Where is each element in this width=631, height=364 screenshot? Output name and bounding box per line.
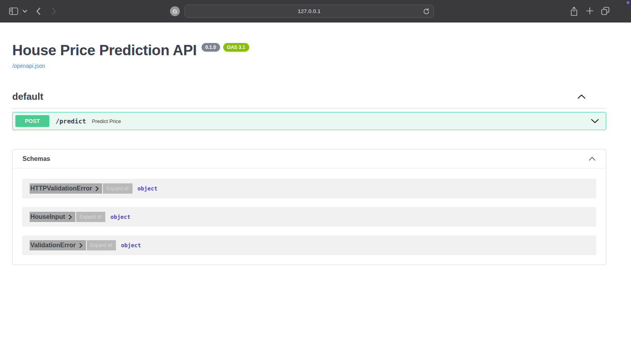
extension-icon[interactable]: G <box>170 6 180 16</box>
toolbar-divider <box>21 7 21 15</box>
share-icon[interactable] <box>570 6 578 16</box>
schema-name: HouseInput <box>30 213 65 220</box>
schema-name: ValidationError <box>30 242 76 249</box>
schema-name: HTTPValidationError <box>30 185 92 192</box>
chevron-right-icon <box>95 186 99 191</box>
operation-path: /predict <box>56 118 86 125</box>
schemas-header[interactable]: Schemas <box>13 149 606 168</box>
schema-list: HTTPValidationError Expand all object Ho… <box>13 168 606 265</box>
schema-row: HouseInput Expand all object <box>22 207 596 227</box>
oas-badge: OAS 3.1 <box>223 43 249 52</box>
tag-section-header[interactable]: default <box>12 91 606 108</box>
swagger-page: House Price Prediction API 0.1.0 OAS 3.1… <box>12 22 606 265</box>
schema-type: object <box>121 242 141 248</box>
extension-letter: G <box>173 8 177 15</box>
expand-all-button[interactable]: Expand all <box>87 240 116 250</box>
url-text: 127.0.0.1 <box>298 8 321 14</box>
schema-row: HTTPValidationError Expand all object <box>22 179 596 198</box>
sidebar-toggle-icon[interactable] <box>9 7 18 15</box>
schema-title-toggle[interactable]: HouseInput <box>30 212 75 222</box>
openapi-spec-link[interactable]: /openapi.json <box>12 63 45 69</box>
tag-collapse-chevron-up-icon[interactable] <box>577 94 586 99</box>
back-button-icon[interactable] <box>36 7 41 15</box>
operation-post-predict[interactable]: POST /predict Predict Price <box>12 112 606 130</box>
schema-title-toggle[interactable]: HTTPValidationError <box>30 183 102 194</box>
schema-type: object <box>138 185 158 192</box>
schemas-section: Schemas HTTPValidationError Expand all o… <box>12 149 606 265</box>
operation-summary: Predict Price <box>92 118 121 124</box>
browser-toolbar: G 127.0.0.1 <box>0 0 631 22</box>
schemas-heading: Schemas <box>22 155 50 162</box>
tag-name: default <box>12 91 43 102</box>
schemas-collapse-chevron-up-icon[interactable] <box>589 157 596 161</box>
schema-title-toggle[interactable]: ValidationError <box>30 240 86 250</box>
sidebar-chevron-down-icon[interactable] <box>22 9 27 13</box>
schema-type: object <box>110 214 131 220</box>
chevron-right-icon <box>69 215 72 220</box>
method-badge: POST <box>15 115 49 127</box>
version-badge: 0.1.0 <box>202 43 220 52</box>
expand-all-button[interactable]: Expand all <box>76 212 105 222</box>
notification-dot <box>627 1 629 4</box>
address-bar[interactable]: 127.0.0.1 <box>185 5 434 18</box>
reload-icon[interactable] <box>423 8 430 17</box>
schema-row: ValidationError Expand all object <box>22 235 596 255</box>
operation-expand-chevron-down-icon[interactable] <box>591 119 599 123</box>
api-info-section: House Price Prediction API 0.1.0 OAS 3.1… <box>12 22 606 69</box>
forward-button-icon[interactable] <box>52 7 56 15</box>
chevron-right-icon <box>79 243 83 248</box>
new-tab-icon[interactable] <box>586 7 594 15</box>
page-title: House Price Prediction API <box>12 42 197 59</box>
expand-all-button[interactable]: Expand all <box>103 183 132 194</box>
tab-overview-icon[interactable] <box>601 7 610 15</box>
